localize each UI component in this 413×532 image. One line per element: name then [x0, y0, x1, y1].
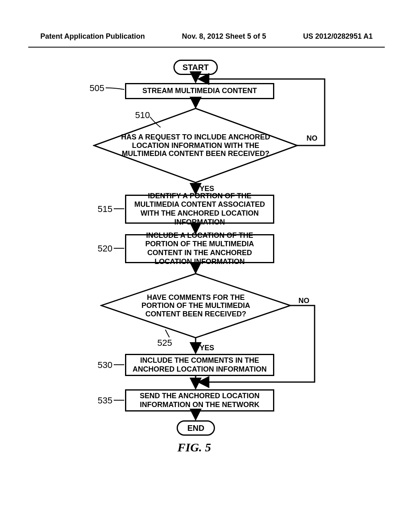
header-left: Patent Application Publication	[40, 32, 145, 41]
step-520-num: 520	[98, 243, 113, 254]
step-510-inner: HAS A REQUEST TO INCLUDE ANCHORED LOCATI…	[93, 133, 298, 158]
step-510-num: 510	[135, 110, 150, 121]
step-535-text: SEND THE ANCHORED LOCATION INFORMATION O…	[129, 392, 270, 409]
step-505-num: 505	[90, 83, 104, 94]
page-header: Patent Application Publication Nov. 8, 2…	[0, 0, 413, 45]
step-525-yes: YES	[200, 344, 214, 352]
end-label: END	[187, 424, 204, 433]
step-505-box: STREAM MULTIMEDIA CONTENT	[125, 83, 274, 99]
step-535-num: 535	[98, 395, 113, 406]
step-530-num: 530	[98, 360, 113, 370]
start-label: START	[182, 63, 209, 72]
step-515-box: IDENTIFY A PORTION OF THE MULTIMEDIA CON…	[125, 195, 274, 224]
flowchart-container: START STREAM MULTIMEDIA CONTENT 505 HAS …	[0, 48, 413, 491]
step-525-no: NO	[298, 297, 309, 305]
step-505-text: STREAM MULTIMEDIA CONTENT	[142, 87, 257, 96]
step-530-box: INCLUDE THE COMMENTS IN THE ANCHORED LOC…	[125, 354, 274, 376]
step-520-text: INCLUDE A LOCATION OF THE PORTION OF THE…	[129, 231, 270, 266]
end-terminator: END	[177, 420, 215, 436]
figure-caption-text: FIG. 5	[177, 441, 211, 454]
header-center: Nov. 8, 2012 Sheet 5 of 5	[182, 32, 266, 41]
step-515-num: 515	[98, 204, 113, 214]
step-525-num: 525	[157, 338, 172, 348]
step-520-box: INCLUDE A LOCATION OF THE PORTION OF THE…	[125, 234, 274, 263]
step-525-inner: HAVE COMMENTS FOR THE PORTION OF THE MUL…	[100, 293, 292, 318]
figure-caption: FIG. 5	[177, 441, 211, 454]
step-510-text: HAS A REQUEST TO INCLUDE ANCHORED LOCATI…	[93, 133, 298, 158]
header-right: US 2012/0282951 A1	[303, 32, 373, 41]
step-525-diamond: HAVE COMMENTS FOR THE PORTION OF THE MUL…	[100, 272, 292, 339]
step-535-box: SEND THE ANCHORED LOCATION INFORMATION O…	[125, 389, 274, 411]
step-510-diamond: HAS A REQUEST TO INCLUDE ANCHORED LOCATI…	[93, 107, 298, 184]
step-515-text: IDENTIFY A PORTION OF THE MULTIMEDIA CON…	[129, 192, 270, 227]
start-terminator: START	[173, 60, 218, 75]
step-510-no: NO	[307, 134, 317, 143]
step-525-text: HAVE COMMENTS FOR THE PORTION OF THE MUL…	[100, 293, 292, 318]
step-530-text: INCLUDE THE COMMENTS IN THE ANCHORED LOC…	[129, 356, 270, 374]
